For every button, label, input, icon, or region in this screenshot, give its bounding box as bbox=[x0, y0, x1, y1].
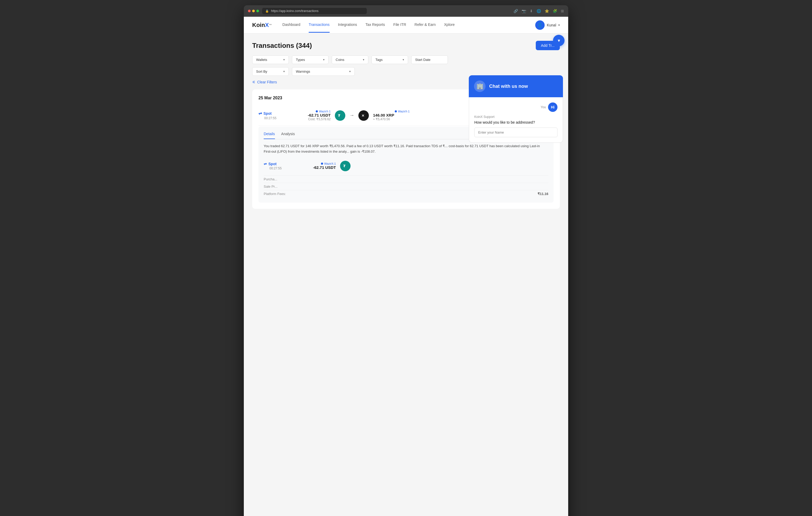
spot2-icon: ⇌ bbox=[264, 162, 267, 166]
table-row[interactable]: ⇌ Spot 00:27:55 WazirX-1 -6 bbox=[264, 159, 548, 175]
wallets-filter[interactable]: Wallets ▾ bbox=[252, 55, 289, 64]
floating-chat-button[interactable]: ▾ bbox=[553, 35, 564, 46]
page-header: Transactions (344) Add Tr... bbox=[252, 41, 560, 50]
nav-xplore[interactable]: Xplore bbox=[444, 17, 455, 33]
warnings-chevron-icon: ▾ bbox=[349, 70, 351, 73]
logo: KoinX™ bbox=[252, 22, 272, 29]
navbar: KoinX™ Dashboard Transactions Integratio… bbox=[244, 17, 568, 33]
user-avatar-icon: 👤 bbox=[535, 20, 545, 30]
clear-filters-button[interactable]: ⚟ Clear Filters bbox=[252, 79, 277, 85]
extension-icon[interactable]: 🧩 bbox=[553, 9, 557, 13]
sale-row: Sale Pr... bbox=[264, 183, 548, 190]
nav-tax-reports[interactable]: Tax Reports bbox=[366, 17, 385, 33]
filter-row-1: Wallets ▾ Types ▾ Coins ▾ Tags ▾ Start D… bbox=[252, 55, 560, 64]
tags-filter[interactable]: Tags ▾ bbox=[372, 55, 408, 64]
tx-time: 00:27:55 bbox=[258, 116, 290, 120]
types-filter[interactable]: Types ▾ bbox=[292, 55, 328, 64]
tx-type-label: ⇌ Spot bbox=[258, 111, 290, 116]
chat-user-avatar: Hi bbox=[548, 102, 557, 112]
lock-icon: 🔒 bbox=[265, 9, 269, 13]
sort-chevron-icon: ▾ bbox=[283, 70, 285, 73]
svg-text:₮: ₮ bbox=[338, 114, 340, 118]
logo-tm: ™ bbox=[269, 23, 272, 27]
tx-from-amount: -62.71 USDT bbox=[294, 113, 331, 117]
sale-label: Sale Pr... bbox=[264, 185, 278, 188]
star-icon[interactable]: ⭐ bbox=[545, 9, 549, 13]
logo-koin: Koin bbox=[252, 22, 265, 29]
link-icon[interactable]: 🔗 bbox=[514, 9, 518, 13]
chat-messages: You Hi KoinX Support How would you like … bbox=[474, 102, 557, 124]
details-description: You traded 62.71 USDT for 146 XRP worth … bbox=[264, 144, 548, 154]
usdt2-coin-icon: ₮ bbox=[340, 161, 351, 171]
user-chevron-icon: ▾ bbox=[558, 23, 560, 27]
download-icon[interactable]: ⬇ bbox=[530, 9, 533, 13]
tx-from: WazirX-1 -62.71 USDT Cost: ₹5,578.62 bbox=[294, 110, 331, 121]
browser-toolbar: 🔗 📷 ⬇ 🌐 ⭐ 🧩 ⊞ bbox=[514, 9, 564, 13]
tx-arrow-icon: → bbox=[349, 113, 354, 118]
to-wallet-name: WazirX-1 bbox=[398, 110, 410, 113]
nav-user[interactable]: 👤 Kunal ▾ bbox=[535, 20, 560, 30]
you-label: You bbox=[541, 105, 546, 109]
tab-analysis[interactable]: Analysis bbox=[281, 132, 295, 139]
platform-fees-value: ₹11.16 bbox=[538, 192, 548, 196]
tx-to-wallet: WazirX-1 bbox=[373, 110, 410, 113]
menu-icon[interactable]: ⊞ bbox=[561, 9, 564, 13]
chat-name-input[interactable] bbox=[474, 127, 557, 137]
nav-transactions[interactable]: Transactions bbox=[309, 17, 329, 33]
clear-filters-label: Clear Filters bbox=[257, 80, 277, 84]
minimize-dot[interactable] bbox=[252, 10, 255, 12]
nav-dashboard[interactable]: Dashboard bbox=[283, 17, 300, 33]
warnings-filter[interactable]: Warnings ▾ bbox=[292, 67, 355, 76]
tx-type-info: ⇌ Spot 00:27:55 bbox=[258, 111, 290, 120]
from2-wallet-dot bbox=[321, 162, 323, 165]
wallets-chevron-icon: ▾ bbox=[283, 58, 285, 61]
close-dot[interactable] bbox=[248, 10, 251, 12]
nav-integrations[interactable]: Integrations bbox=[338, 17, 357, 33]
tx-to-value: ≈ ₹5,470.56 bbox=[373, 117, 410, 121]
url-text: https://app.koinx.com/transactions bbox=[271, 9, 318, 13]
platform-fees-label: Platform Fees: bbox=[264, 192, 286, 196]
tx-from-wallet: WazirX-1 bbox=[294, 110, 331, 113]
globe-icon[interactable]: 🌐 bbox=[536, 9, 541, 13]
purchase-label: Purcha... bbox=[264, 177, 277, 181]
tags-chevron-icon: ▾ bbox=[403, 58, 404, 61]
tx-type-text: Spot bbox=[263, 111, 271, 116]
wallets-label: Wallets bbox=[256, 58, 267, 62]
maximize-dot[interactable] bbox=[256, 10, 259, 12]
nav-links: Dashboard Transactions Integrations Tax … bbox=[283, 17, 535, 33]
nav-refer-earn[interactable]: Refer & Earn bbox=[415, 17, 436, 33]
tx-to-amount: 146.00 XRP bbox=[373, 113, 410, 117]
tx-from-cost: Cost: ₹5,578.62 bbox=[294, 117, 331, 121]
from-wallet-dot bbox=[316, 110, 318, 113]
tx-to: WazirX-1 146.00 XRP ≈ ₹5,470.56 bbox=[373, 110, 410, 121]
tab-details[interactable]: Details bbox=[264, 132, 275, 139]
tx2-time: 00:27:55 bbox=[264, 166, 295, 170]
browser-window: 🔒 https://app.koinx.com/transactions 🔗 📷… bbox=[244, 5, 568, 516]
svg-text:✕: ✕ bbox=[361, 114, 365, 118]
browser-chrome: 🔒 https://app.koinx.com/transactions 🔗 📷… bbox=[244, 5, 568, 17]
coins-filter[interactable]: Coins ▾ bbox=[332, 55, 368, 64]
tx2-from: WazirX-1 -62.71 USDT bbox=[299, 162, 336, 170]
support-name-label: KoinX Support How would you like to be a… bbox=[474, 115, 557, 124]
tx2-type-info: ⇌ Spot 00:27:55 bbox=[264, 162, 295, 170]
chat-widget: 🏢 Chat with us now You Hi KoinX Supp bbox=[469, 75, 563, 143]
from2-wallet-name: WazirX-1 bbox=[324, 162, 336, 165]
chat-body: You Hi KoinX Support How would you like … bbox=[469, 97, 563, 143]
tx2-details: WazirX-1 -62.71 USDT ₮ bbox=[299, 161, 548, 171]
start-date-filter[interactable]: Start Date bbox=[411, 55, 448, 64]
address-bar[interactable]: 🔒 https://app.koinx.com/transactions bbox=[262, 8, 367, 14]
filter-clear-icon: ⚟ bbox=[252, 80, 256, 84]
sort-by-filter[interactable]: Sort By ▾ bbox=[252, 67, 289, 76]
window-controls bbox=[248, 10, 259, 12]
sort-by-label: Sort By bbox=[256, 69, 267, 73]
user-name-label: Kunal bbox=[547, 23, 556, 27]
building-icon: 🏢 bbox=[476, 83, 484, 90]
types-chevron-icon: ▾ bbox=[323, 58, 325, 61]
avatar-icon: 👤 bbox=[537, 23, 543, 27]
from-wallet-name: WazirX-1 bbox=[319, 110, 331, 113]
nav-file-itr[interactable]: File ITR bbox=[394, 17, 406, 33]
page-title: Transactions (344) bbox=[252, 41, 312, 50]
tags-label: Tags bbox=[375, 58, 382, 62]
usdt-coin-icon: ₮ bbox=[335, 110, 345, 121]
camera-icon[interactable]: 📷 bbox=[522, 9, 526, 13]
